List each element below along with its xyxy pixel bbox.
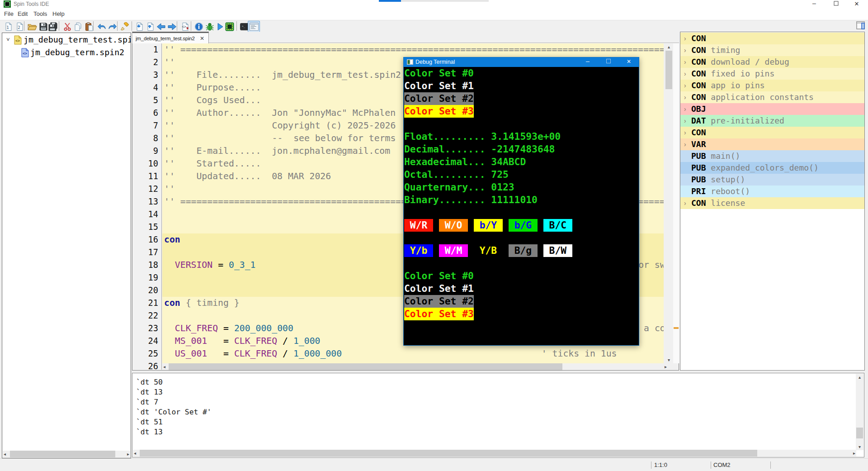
chevron-down-icon[interactable]: ˅ [6, 36, 10, 43]
navigate-back-button[interactable] [156, 21, 166, 32]
outline-row-con[interactable]: ›CON [680, 127, 864, 138]
spin-file-icon: <> [21, 48, 29, 59]
menu-tools[interactable]: Tools [33, 10, 47, 17]
menu-help[interactable]: Help [52, 10, 65, 17]
toolbar: 12<>>_ [0, 20, 868, 32]
scroll-down-icon[interactable]: ▾ [856, 444, 863, 449]
outline-keyword: PUB [691, 150, 706, 162]
terminal-line: Hexadecimal... 34ABCD [404, 156, 526, 168]
window-close-button[interactable]: ✕ [850, 0, 863, 9]
tree-item-jm-debug-term-spin2[interactable]: <>jm_debug_term.spin2 [2, 47, 131, 59]
save-button[interactable] [38, 21, 48, 32]
outline-row-pub-setup-[interactable]: PUBsetup() [680, 174, 864, 186]
debug-terminal-window[interactable]: Debug Terminal – ✕ Color Set #0Color Set… [403, 57, 639, 346]
scroll-down-icon[interactable]: ▾ [665, 357, 673, 362]
chevron-right-icon[interactable]: › [684, 33, 686, 44]
chevron-right-icon[interactable]: › [684, 44, 686, 56]
chevron-right-icon[interactable]: › [684, 56, 686, 68]
tree-horizontal-scrollbar[interactable]: ◂▸ [3, 451, 130, 457]
new-spin1-file-button[interactable]: 1 [3, 21, 14, 32]
editor-horizontal-scrollbar[interactable]: ◂▸ [162, 363, 669, 370]
terminal-maximize-button[interactable] [602, 57, 615, 67]
debug-console-panel[interactable]: `dt 50`dt 13`dt 7`dt 'Color Set #'`dt 51… [132, 373, 864, 457]
console-horizontal-scrollbar[interactable]: ◂▸ [133, 450, 856, 457]
scrollbar-thumb[interactable] [169, 363, 562, 370]
open-folder-button[interactable] [27, 21, 37, 32]
scrollbar-thumb[interactable] [856, 428, 863, 438]
console-vertical-scrollbar[interactable]: ▴▾ [856, 374, 863, 450]
save-all-button[interactable] [47, 21, 58, 32]
show-top-object-button[interactable] [134, 21, 145, 32]
scroll-up-icon[interactable]: ▴ [856, 375, 863, 380]
debug-button[interactable] [204, 21, 215, 32]
chevron-right-icon[interactable]: › [684, 197, 686, 209]
save-all-icon [48, 22, 58, 31]
outline-row-pri-reboot-[interactable]: PRIreboot() [680, 186, 864, 197]
scroll-right-icon[interactable]: ▸ [127, 452, 129, 457]
outline-row-con-app-io-pins[interactable]: ›CONapp io pins [680, 80, 864, 91]
run-button[interactable] [215, 21, 225, 32]
scroll-right-icon[interactable]: ▸ [665, 364, 667, 369]
copy-button[interactable] [73, 21, 83, 32]
outline-row-con-license[interactable]: ›CONlicense [680, 197, 864, 209]
chevron-right-icon[interactable]: › [684, 91, 686, 103]
outline-panel-toggle-button[interactable] [856, 21, 865, 29]
scroll-right-icon[interactable]: ▸ [853, 451, 855, 456]
outline-row-pub-expanded-colors-demo-[interactable]: PUBexpanded_colors_demo() [680, 162, 864, 174]
tree-item-jm-debug-term-test-spi[interactable]: ˅<>jm_debug_term_test.spi [2, 34, 131, 47]
editor-overview-ruler [673, 43, 679, 363]
new-spin2-file-button[interactable]: 2 [14, 21, 25, 32]
scrollbar-thumb[interactable] [140, 450, 757, 457]
outline-row-con[interactable]: ›CON [680, 33, 864, 44]
format-source-button[interactable] [119, 21, 130, 32]
scroll-left-icon[interactable]: ◂ [134, 451, 136, 456]
scrollbar-thumb[interactable] [10, 451, 115, 457]
chevron-right-icon[interactable]: › [684, 68, 686, 80]
window-maximize-button[interactable] [829, 0, 843, 9]
line-number: 20 [148, 284, 158, 297]
navigate-forward-icon [167, 22, 177, 31]
line-number: 16 [148, 233, 158, 246]
program-chip-button[interactable] [224, 21, 235, 32]
debug-terminal-screen[interactable]: Color Set #0Color Set #1Color Set #2Colo… [404, 67, 639, 345]
chevron-right-icon[interactable]: › [684, 103, 686, 115]
toolbar-separator [132, 21, 132, 31]
editor-vertical-scrollbar[interactable]: ▴▾ [665, 43, 673, 363]
toggle-object-button[interactable] [145, 21, 156, 32]
menu-file[interactable]: File [4, 10, 14, 17]
toolbar-separator [236, 21, 237, 31]
terminal-minimize-button[interactable]: – [581, 57, 594, 67]
show-info-button[interactable] [193, 21, 204, 32]
outline-row-con-application-constants[interactable]: ›CONapplication constants [680, 91, 864, 103]
scroll-left-icon[interactable]: ◂ [4, 452, 6, 457]
navigate-forward-button[interactable] [166, 21, 177, 32]
cut-button[interactable] [62, 21, 72, 32]
outline-row-pub-main-[interactable]: PUBmain() [680, 150, 864, 162]
toolbar-separator [177, 21, 177, 31]
undo-button[interactable] [96, 21, 107, 32]
outline-row-dat-pre-initialized[interactable]: ›DATpre-initialized [680, 115, 864, 127]
tab-close-icon[interactable]: ✕ [200, 35, 204, 42]
outline-row-con-fixed-io-pins[interactable]: ›CONfixed io pins [680, 68, 864, 80]
scroll-left-icon[interactable]: ◂ [163, 364, 165, 369]
chevron-right-icon[interactable]: › [684, 115, 686, 127]
outline-row-var[interactable]: ›VAR [680, 138, 864, 150]
outline-row-con-timing[interactable]: ›CONtiming [680, 44, 864, 56]
redo-button[interactable] [107, 21, 118, 32]
show-object-info-button[interactable]: <> [180, 21, 190, 32]
chevron-right-icon[interactable]: › [684, 127, 686, 138]
outline-row-con-download-debug[interactable]: ›CONdownload / debug [680, 56, 864, 68]
tab-active[interactable]: jm_debug_term_test.spin2 ✕ [132, 32, 209, 43]
console-window-button[interactable] [248, 21, 260, 32]
chevron-right-icon[interactable]: › [684, 138, 686, 150]
terminal-close-button[interactable]: ✕ [622, 57, 636, 67]
menu-edit[interactable]: Edit [18, 10, 28, 17]
scroll-up-icon[interactable]: ▴ [665, 44, 673, 49]
debug-terminal-titlebar[interactable]: Debug Terminal – ✕ [404, 57, 639, 67]
paste-button[interactable] [84, 21, 94, 32]
scrollbar-thumb[interactable] [665, 51, 672, 89]
window-minimize-button[interactable]: – [807, 0, 821, 9]
chevron-right-icon[interactable]: › [684, 80, 686, 91]
outline-keyword: CON [691, 80, 706, 91]
outline-row-obj[interactable]: ›OBJ [680, 103, 864, 115]
